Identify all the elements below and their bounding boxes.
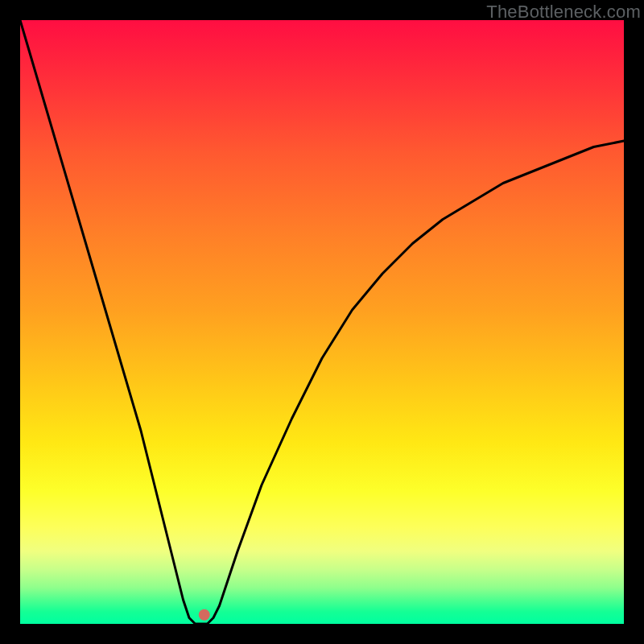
plot-area — [20, 20, 624, 624]
chart-svg — [20, 20, 624, 624]
chart-canvas: TheBottleneck.com — [0, 0, 644, 644]
bottleneck-curve — [20, 20, 624, 624]
optimal-point-marker — [199, 609, 210, 621]
